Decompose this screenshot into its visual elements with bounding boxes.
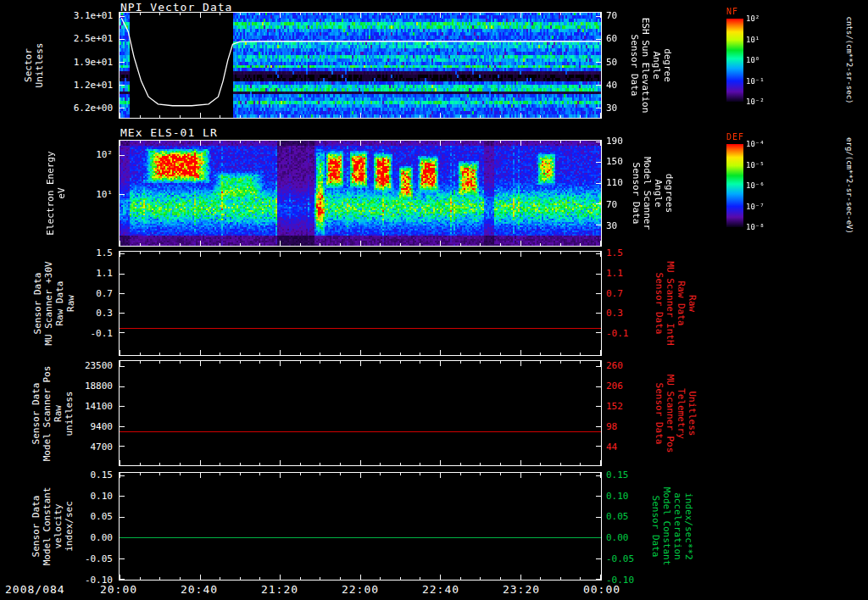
panel-npi-right-tick-label: 60 xyxy=(606,33,617,44)
x-tick-mark xyxy=(120,252,120,257)
x-tick-mark xyxy=(360,361,361,366)
panel-els-right-tick-label: 190 xyxy=(606,135,623,146)
y-tick-mark xyxy=(596,406,601,407)
x-tick-mark xyxy=(540,252,541,254)
x-axis-time-label: 22:00 xyxy=(342,583,379,596)
x-tick-mark xyxy=(520,575,521,580)
x-tick-mark xyxy=(120,141,120,146)
x-tick-mark xyxy=(120,13,120,18)
panel-npi-right-tick-label: 30 xyxy=(606,103,617,114)
x-tick-mark xyxy=(320,361,320,364)
x-tick-mark xyxy=(140,13,141,15)
x-tick-mark xyxy=(380,141,381,143)
x-tick-mark xyxy=(460,473,461,475)
x-tick-mark xyxy=(420,115,420,118)
y-tick-mark xyxy=(596,162,601,163)
x-tick-mark xyxy=(220,13,220,15)
panel-scannerpos-right-tick-label: 206 xyxy=(606,381,623,392)
x-tick-mark xyxy=(520,141,521,146)
x-tick-mark xyxy=(360,473,361,478)
x-tick-mark xyxy=(480,13,481,15)
x-tick-mark xyxy=(460,13,461,15)
panel-npi-left-tick-label: 6.2e+00 xyxy=(0,103,113,114)
x-tick-mark xyxy=(200,141,201,146)
y-tick-mark xyxy=(120,293,125,294)
panel-els-title: MEx ELS-01 LR xyxy=(120,126,218,139)
x-tick-mark xyxy=(220,577,220,580)
x-tick-mark xyxy=(460,353,461,355)
x-tick-mark xyxy=(159,463,160,465)
x-tick-mark xyxy=(440,241,441,246)
x-tick-mark xyxy=(380,115,381,118)
y-tick-mark xyxy=(596,366,601,367)
y-tick-mark xyxy=(596,579,601,580)
x-tick-mark xyxy=(400,361,401,364)
x-tick-mark xyxy=(240,115,241,118)
x-tick-mark xyxy=(540,577,541,580)
x-tick-mark xyxy=(400,463,401,465)
x-tick-mark xyxy=(240,353,241,355)
x-tick-mark xyxy=(460,141,461,143)
panel-npi-left-tick-label: 2.5e+01 xyxy=(0,33,113,44)
colorbar-tick-label: 10⁻⁶ xyxy=(746,181,765,190)
x-tick-mark xyxy=(460,577,461,580)
x-tick-mark xyxy=(380,243,381,246)
x-tick-mark xyxy=(280,361,281,366)
y-tick-mark xyxy=(596,142,601,142)
x-tick-mark xyxy=(340,13,341,15)
x-tick-mark xyxy=(480,252,481,254)
x-tick-mark xyxy=(259,115,260,118)
x-tick-mark xyxy=(580,353,581,355)
x-tick-mark xyxy=(540,243,541,246)
x-tick-mark xyxy=(540,463,541,465)
x-tick-mark xyxy=(200,113,201,118)
y-tick-mark xyxy=(596,183,601,184)
panel-els-left-axis-label: Electron Energy eV xyxy=(45,151,67,235)
x-tick-mark xyxy=(480,463,481,465)
x-axis-time-label: 23:20 xyxy=(503,583,540,596)
x-tick-mark xyxy=(480,361,481,364)
y-tick-mark xyxy=(596,225,601,225)
panel-scannerpos-right-tick-label: 152 xyxy=(606,401,623,412)
y-tick-mark xyxy=(120,16,125,17)
x-tick-mark xyxy=(200,575,201,580)
panel-scannerpos-right-tick-label: 44 xyxy=(606,442,617,453)
x-tick-mark xyxy=(460,243,461,246)
colorbar-tick-label: 10¹ xyxy=(746,36,760,44)
x-tick-mark xyxy=(320,243,320,246)
panel-mu30v-plot xyxy=(119,251,602,356)
x-tick-mark xyxy=(340,353,341,355)
x-tick-mark xyxy=(320,353,320,355)
x-tick-mark xyxy=(340,252,341,254)
panel-els-right-tick-label: 150 xyxy=(606,156,623,167)
x-axis-time-label: 20:40 xyxy=(181,583,218,596)
x-tick-mark xyxy=(320,13,320,15)
x-tick-mark xyxy=(600,241,601,246)
x-tick-mark xyxy=(180,115,181,118)
x-tick-mark xyxy=(560,252,561,254)
y-tick-mark xyxy=(120,253,125,254)
panel-scannerpos-right-axis-label: Unitless Telemetry MU Scanner Pos Sensor… xyxy=(654,374,698,453)
panel-npi-right-tick-label: 50 xyxy=(606,56,617,67)
x-tick-mark xyxy=(340,361,341,364)
y-tick-mark xyxy=(120,155,125,156)
panel-mu30v-right-axis-label: Raw Raw Data MU Scanner IntH Sensor Data xyxy=(654,261,698,345)
colorbar-tick-label: 10⁰ xyxy=(746,56,760,64)
panel-els-spectrogram xyxy=(120,141,601,246)
x-tick-mark xyxy=(220,252,220,254)
x-tick-mark xyxy=(159,252,160,254)
x-tick-mark xyxy=(280,113,281,118)
colorbar-tick-label: 10⁻⁵ xyxy=(746,161,765,169)
x-tick-mark xyxy=(500,13,501,15)
x-tick-mark xyxy=(580,361,581,364)
y-tick-mark xyxy=(120,579,125,580)
x-tick-mark xyxy=(380,463,381,465)
x-tick-mark xyxy=(220,353,220,355)
x-tick-mark xyxy=(240,473,241,475)
x-tick-mark xyxy=(560,115,561,118)
x-tick-mark xyxy=(380,13,381,15)
x-tick-mark xyxy=(460,115,461,118)
x-tick-mark xyxy=(400,243,401,246)
x-tick-mark xyxy=(600,460,601,465)
x-tick-mark xyxy=(480,473,481,475)
